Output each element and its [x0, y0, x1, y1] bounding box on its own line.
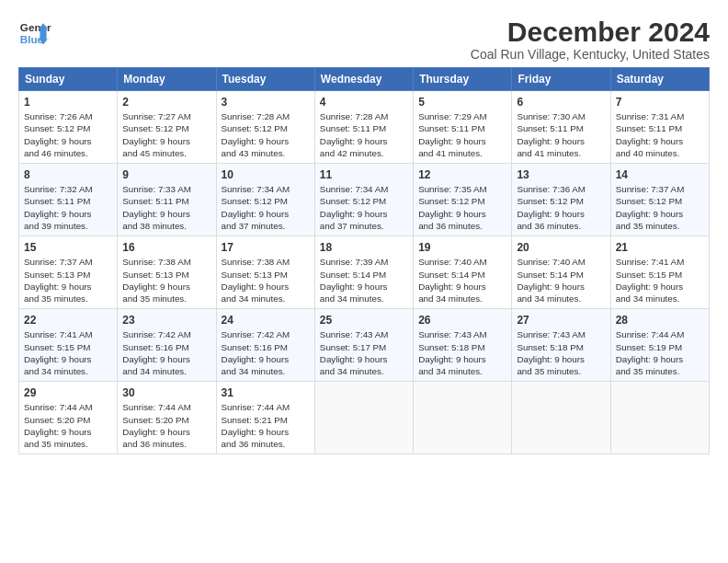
calendar-header-tuesday: Tuesday — [216, 68, 314, 91]
calendar-cell: 8Sunrise: 7:32 AM Sunset: 5:11 PM Daylig… — [19, 164, 118, 236]
day-info: Sunrise: 7:29 AM Sunset: 5:11 PM Dayligh… — [418, 110, 506, 159]
day-info: Sunrise: 7:41 AM Sunset: 5:15 PM Dayligh… — [24, 328, 112, 377]
day-number: 28 — [616, 313, 704, 327]
day-number: 16 — [122, 240, 210, 255]
main-title: December 2024 — [471, 17, 710, 47]
day-info: Sunrise: 7:37 AM Sunset: 5:12 PM Dayligh… — [616, 183, 704, 232]
calendar-cell: 13Sunrise: 7:36 AM Sunset: 5:12 PM Dayli… — [512, 164, 610, 236]
day-info: Sunrise: 7:28 AM Sunset: 5:11 PM Dayligh… — [320, 110, 408, 159]
calendar-week-1: 1Sunrise: 7:26 AM Sunset: 5:12 PM Daylig… — [19, 91, 710, 164]
day-info: Sunrise: 7:40 AM Sunset: 5:14 PM Dayligh… — [418, 256, 506, 304]
day-number: 17 — [222, 240, 310, 255]
day-number: 23 — [122, 313, 210, 327]
calendar-cell: 11Sunrise: 7:34 AM Sunset: 5:12 PM Dayli… — [314, 164, 413, 236]
calendar-header-friday: Friday — [512, 68, 610, 91]
calendar-cell: 4Sunrise: 7:28 AM Sunset: 5:11 PM Daylig… — [314, 91, 413, 164]
calendar-cell: 7Sunrise: 7:31 AM Sunset: 5:11 PM Daylig… — [610, 91, 709, 164]
day-info: Sunrise: 7:36 AM Sunset: 5:12 PM Dayligh… — [517, 183, 605, 232]
day-info: Sunrise: 7:44 AM Sunset: 5:19 PM Dayligh… — [616, 328, 704, 377]
day-info: Sunrise: 7:43 AM Sunset: 5:17 PM Dayligh… — [320, 328, 408, 377]
calendar-cell: 31Sunrise: 7:44 AM Sunset: 5:21 PM Dayli… — [216, 382, 314, 454]
day-number: 21 — [616, 240, 704, 255]
day-number: 7 — [616, 95, 704, 109]
calendar-header-saturday: Saturday — [610, 68, 709, 91]
calendar-cell: 23Sunrise: 7:42 AM Sunset: 5:16 PM Dayli… — [118, 309, 216, 382]
day-number: 2 — [122, 95, 210, 109]
day-number: 1 — [24, 95, 112, 109]
calendar-header-monday: Monday — [118, 68, 216, 91]
day-info: Sunrise: 7:30 AM Sunset: 5:11 PM Dayligh… — [517, 110, 605, 159]
day-number: 19 — [418, 240, 506, 255]
calendar-week-5: 29Sunrise: 7:44 AM Sunset: 5:20 PM Dayli… — [19, 382, 710, 454]
logo-icon: General Blue — [18, 17, 51, 50]
day-info: Sunrise: 7:42 AM Sunset: 5:16 PM Dayligh… — [122, 328, 210, 377]
day-number: 31 — [222, 385, 310, 400]
calendar-cell: 3Sunrise: 7:28 AM Sunset: 5:12 PM Daylig… — [216, 91, 314, 164]
day-info: Sunrise: 7:44 AM Sunset: 5:20 PM Dayligh… — [24, 401, 112, 450]
page: General Blue December 2024 Coal Run Vill… — [0, 0, 728, 464]
day-number: 6 — [517, 95, 605, 109]
day-number: 15 — [24, 240, 112, 255]
calendar-cell — [414, 382, 512, 454]
calendar-cell: 14Sunrise: 7:37 AM Sunset: 5:12 PM Dayli… — [610, 164, 709, 236]
calendar-cell — [610, 382, 709, 454]
day-number: 24 — [222, 313, 310, 327]
calendar-week-2: 8Sunrise: 7:32 AM Sunset: 5:11 PM Daylig… — [19, 164, 710, 236]
day-number: 4 — [320, 95, 408, 109]
day-number: 25 — [320, 313, 408, 327]
calendar-cell: 26Sunrise: 7:43 AM Sunset: 5:18 PM Dayli… — [414, 309, 512, 382]
calendar-cell: 18Sunrise: 7:39 AM Sunset: 5:14 PM Dayli… — [314, 236, 413, 309]
calendar-cell: 22Sunrise: 7:41 AM Sunset: 5:15 PM Dayli… — [19, 309, 118, 382]
day-info: Sunrise: 7:28 AM Sunset: 5:12 PM Dayligh… — [222, 110, 310, 159]
calendar-cell: 27Sunrise: 7:43 AM Sunset: 5:18 PM Dayli… — [512, 309, 610, 382]
calendar-header-sunday: Sunday — [19, 68, 118, 91]
day-number: 26 — [418, 313, 506, 327]
day-info: Sunrise: 7:44 AM Sunset: 5:21 PM Dayligh… — [222, 401, 310, 450]
day-info: Sunrise: 7:33 AM Sunset: 5:11 PM Dayligh… — [122, 183, 210, 232]
day-number: 5 — [418, 95, 506, 109]
day-info: Sunrise: 7:39 AM Sunset: 5:14 PM Dayligh… — [320, 256, 408, 304]
day-info: Sunrise: 7:31 AM Sunset: 5:11 PM Dayligh… — [616, 110, 704, 159]
calendar-cell: 1Sunrise: 7:26 AM Sunset: 5:12 PM Daylig… — [19, 91, 118, 164]
day-number: 22 — [24, 313, 112, 327]
svg-text:General: General — [20, 21, 51, 33]
calendar-cell — [512, 382, 610, 454]
day-number: 18 — [320, 240, 408, 255]
calendar-cell: 16Sunrise: 7:38 AM Sunset: 5:13 PM Dayli… — [118, 236, 216, 309]
day-number: 9 — [122, 167, 210, 182]
day-info: Sunrise: 7:34 AM Sunset: 5:12 PM Dayligh… — [222, 183, 310, 232]
day-info: Sunrise: 7:38 AM Sunset: 5:13 PM Dayligh… — [222, 256, 310, 304]
day-number: 8 — [24, 167, 112, 182]
day-number: 30 — [122, 385, 210, 400]
day-info: Sunrise: 7:41 AM Sunset: 5:15 PM Dayligh… — [616, 256, 704, 304]
calendar-cell: 29Sunrise: 7:44 AM Sunset: 5:20 PM Dayli… — [19, 382, 118, 454]
day-info: Sunrise: 7:44 AM Sunset: 5:20 PM Dayligh… — [122, 401, 210, 450]
calendar-cell: 2Sunrise: 7:27 AM Sunset: 5:12 PM Daylig… — [118, 91, 216, 164]
day-info: Sunrise: 7:26 AM Sunset: 5:12 PM Dayligh… — [24, 110, 112, 159]
calendar-week-4: 22Sunrise: 7:41 AM Sunset: 5:15 PM Dayli… — [19, 309, 710, 382]
calendar-cell: 21Sunrise: 7:41 AM Sunset: 5:15 PM Dayli… — [610, 236, 709, 309]
calendar-cell: 10Sunrise: 7:34 AM Sunset: 5:12 PM Dayli… — [216, 164, 314, 236]
day-number: 3 — [222, 95, 310, 109]
calendar-cell: 24Sunrise: 7:42 AM Sunset: 5:16 PM Dayli… — [216, 309, 314, 382]
calendar-cell: 6Sunrise: 7:30 AM Sunset: 5:11 PM Daylig… — [512, 91, 610, 164]
subtitle: Coal Run Village, Kentucky, United State… — [471, 47, 710, 62]
day-info: Sunrise: 7:43 AM Sunset: 5:18 PM Dayligh… — [517, 328, 605, 377]
title-area: December 2024 Coal Run Village, Kentucky… — [471, 17, 710, 62]
calendar-cell: 9Sunrise: 7:33 AM Sunset: 5:11 PM Daylig… — [118, 164, 216, 236]
calendar-cell: 12Sunrise: 7:35 AM Sunset: 5:12 PM Dayli… — [414, 164, 512, 236]
day-number: 14 — [616, 167, 704, 182]
day-number: 12 — [418, 167, 506, 182]
calendar-header-thursday: Thursday — [414, 68, 512, 91]
calendar-cell: 28Sunrise: 7:44 AM Sunset: 5:19 PM Dayli… — [610, 309, 709, 382]
calendar-table: SundayMondayTuesdayWednesdayThursdayFrid… — [18, 67, 710, 454]
day-number: 20 — [517, 240, 605, 255]
day-info: Sunrise: 7:43 AM Sunset: 5:18 PM Dayligh… — [418, 328, 506, 377]
calendar-header-wednesday: Wednesday — [314, 68, 413, 91]
day-number: 29 — [24, 385, 112, 400]
day-number: 27 — [517, 313, 605, 327]
header: General Blue December 2024 Coal Run Vill… — [18, 17, 710, 62]
calendar-header-row: SundayMondayTuesdayWednesdayThursdayFrid… — [19, 68, 710, 91]
day-number: 11 — [320, 167, 408, 182]
calendar-cell: 30Sunrise: 7:44 AM Sunset: 5:20 PM Dayli… — [118, 382, 216, 454]
